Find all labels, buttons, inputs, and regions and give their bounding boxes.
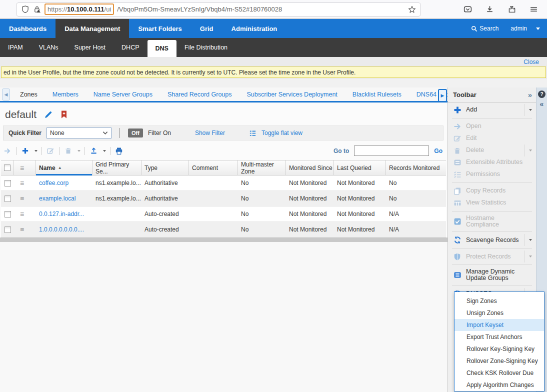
menu-item-apply-algorithm-changes[interactable]: Apply Algorithm Changes bbox=[454, 379, 544, 391]
bookmark-add-icon[interactable] bbox=[60, 110, 68, 119]
pocket-icon[interactable] bbox=[463, 5, 472, 14]
menu-item-rollover-zone-signing-key[interactable]: Rollover Zone-Signing Key bbox=[454, 355, 544, 367]
row-checkbox[interactable] bbox=[4, 180, 11, 186]
user-menu[interactable]: admin bbox=[510, 25, 527, 32]
delete-trash-icon[interactable] bbox=[64, 146, 72, 156]
row-checkbox[interactable] bbox=[4, 196, 11, 202]
nav-item-smart-folders[interactable]: Smart Folders bbox=[129, 19, 190, 38]
tab-subscriber-services-deployment[interactable]: Subscriber Services Deployment bbox=[247, 91, 338, 98]
row-menu-icon[interactable]: ≡ bbox=[20, 180, 24, 187]
add-caret-icon[interactable] bbox=[34, 150, 38, 152]
open-record-arrow-icon[interactable] bbox=[3, 146, 12, 156]
toolbar-add-caret[interactable] bbox=[524, 104, 536, 116]
table-row[interactable]: ≡ 0.0.127.in-addr... Auto-created No Not… bbox=[1, 206, 446, 222]
lock-warning-icon[interactable] bbox=[32, 5, 42, 14]
toolbar-extensible-attributes-button[interactable]: Extensible Attributes bbox=[448, 156, 536, 168]
tab-scroll-right-button[interactable]: ▶ bbox=[438, 89, 447, 102]
menu-item-check-ksk-rollover-due[interactable]: Check KSK Rollover Due bbox=[454, 367, 544, 379]
column-header-multi-master[interactable]: Multi-master Zone bbox=[238, 160, 286, 175]
nav-item-dashboards[interactable]: Dashboards bbox=[0, 19, 56, 38]
column-header-type[interactable]: Type bbox=[142, 160, 189, 175]
table-row[interactable]: ≡ 1.0.0.0.0.0.0.0.... Auto-created No No… bbox=[1, 222, 446, 238]
toolbar-protect-records-button[interactable]: Protect Records bbox=[448, 250, 536, 262]
row-menu-icon[interactable]: ≡ bbox=[20, 195, 24, 202]
delete-caret-icon[interactable] bbox=[78, 150, 80, 152]
nav-item-administration[interactable]: Administration bbox=[222, 19, 286, 38]
column-header-grid-primary[interactable]: Grid Primary Se... bbox=[92, 160, 142, 175]
show-filter-link[interactable]: Show Filter bbox=[195, 130, 225, 136]
global-search[interactable]: Search bbox=[471, 25, 498, 32]
toolbar-scavenge-caret[interactable] bbox=[524, 234, 536, 246]
toolbar-protect-caret[interactable] bbox=[524, 250, 536, 262]
menu-item-unsign-zones[interactable]: Unsign Zones bbox=[454, 307, 544, 319]
filter-off-toggle[interactable]: Off bbox=[128, 128, 143, 138]
toolbar-add-button[interactable]: Add bbox=[448, 104, 536, 116]
toolbar-open-button[interactable]: Open bbox=[448, 120, 536, 132]
subnav-item-ipam[interactable]: IPAM bbox=[0, 38, 31, 57]
goto-go-button[interactable]: Go bbox=[434, 148, 442, 154]
toolbar-view-statistics-button[interactable]: View Statistics bbox=[448, 197, 536, 209]
toolbar-manage-dynamic-update-groups-button[interactable]: Manage Dynamic Update Groups bbox=[448, 267, 536, 283]
export-upload-icon[interactable] bbox=[89, 146, 98, 156]
user-menu-caret-icon[interactable] bbox=[536, 28, 540, 30]
nav-item-data-management[interactable]: Data Management bbox=[56, 19, 129, 38]
header-menu-icon[interactable]: ≡ bbox=[20, 164, 24, 172]
menu-item-export-trust-anchors[interactable]: Export Trust Anchors bbox=[454, 331, 544, 343]
goto-input[interactable] bbox=[354, 146, 429, 156]
toolbar-scavenge-records-button[interactable]: Scavenge Records bbox=[448, 234, 536, 246]
tab-name-server-groups[interactable]: Name Server Groups bbox=[94, 91, 152, 98]
bookmark-star-icon[interactable] bbox=[408, 5, 416, 14]
extensions-puzzle-icon[interactable] bbox=[507, 5, 516, 14]
toolbar-edit-button[interactable]: Edit bbox=[448, 132, 536, 144]
quick-filter-select[interactable]: None bbox=[46, 128, 112, 138]
help-icon[interactable]: ? bbox=[538, 90, 546, 98]
subnav-item-dns[interactable]: DNS bbox=[148, 40, 176, 57]
column-header-monitored-since[interactable]: Monitored Since bbox=[286, 160, 334, 175]
print-icon[interactable] bbox=[114, 146, 124, 156]
row-menu-icon[interactable]: ≡ bbox=[20, 226, 24, 234]
zone-name-link[interactable]: example.local bbox=[36, 195, 92, 202]
export-caret-icon[interactable] bbox=[103, 150, 106, 152]
toolbar-expand-icon[interactable]: » bbox=[528, 90, 531, 99]
tab-zones[interactable]: Zones bbox=[20, 91, 38, 98]
shield-icon[interactable] bbox=[20, 5, 30, 14]
row-checkbox[interactable] bbox=[4, 211, 11, 218]
table-row[interactable]: ≡ example.local ns1.example.lo... Author… bbox=[1, 191, 446, 206]
subnav-item-file-distribution[interactable]: File Distribution bbox=[176, 38, 236, 57]
zone-name-link[interactable]: 0.0.127.in-addr... bbox=[36, 210, 92, 218]
toggle-flat-view-link[interactable]: Toggle flat view bbox=[262, 130, 302, 136]
select-all-checkbox[interactable] bbox=[4, 164, 10, 171]
add-icon[interactable] bbox=[20, 146, 30, 156]
column-header-name[interactable]: Name ▲ bbox=[36, 160, 92, 175]
column-header-records-monitored[interactable]: Records Monitored bbox=[386, 160, 446, 175]
edit-icon[interactable] bbox=[46, 146, 55, 156]
edit-zone-view-pencil-icon[interactable] bbox=[44, 110, 52, 119]
table-row[interactable]: ≡ coffee.corp ns1.example.lo... Authorit… bbox=[1, 176, 446, 191]
subnav-item-dhcp[interactable]: DHCP bbox=[114, 38, 147, 57]
row-checkbox[interactable] bbox=[4, 226, 11, 233]
toolbar-copy-records-button[interactable]: Copy Records bbox=[448, 185, 536, 197]
zone-name-link[interactable]: coffee.corp bbox=[36, 180, 92, 186]
subnav-item-super-host[interactable]: Super Host bbox=[66, 38, 114, 57]
subnav-item-vlans[interactable]: VLANs bbox=[31, 38, 66, 57]
tab-scroll-left-button[interactable]: ◀ bbox=[2, 88, 10, 100]
column-header-last-queried[interactable]: Last Queried bbox=[334, 160, 386, 175]
menu-item-import-keyset[interactable]: Import Keyset bbox=[454, 319, 544, 331]
horizontal-scrollbar[interactable] bbox=[0, 238, 448, 242]
toolbar-permissions-button[interactable]: Permissions bbox=[448, 168, 536, 180]
menu-hamburger-icon[interactable] bbox=[529, 5, 538, 14]
toolbar-hostname-compliance-button[interactable]: Hostname Compliance bbox=[448, 214, 536, 230]
url-bar[interactable]: https://10.100.0.111/ui /VbqoPm5Om-Smeav… bbox=[16, 2, 421, 16]
tab-blacklist-rulesets[interactable]: Blacklist Rulesets bbox=[352, 91, 402, 98]
collapse-panel-icon[interactable]: « bbox=[540, 100, 544, 108]
nav-item-grid[interactable]: Grid bbox=[191, 19, 222, 38]
column-header-comment[interactable]: Comment bbox=[189, 160, 238, 175]
notice-close-link[interactable]: Close bbox=[524, 58, 539, 66]
zone-name-link[interactable]: 1.0.0.0.0.0.0.0.... bbox=[36, 226, 92, 233]
download-icon[interactable] bbox=[485, 5, 494, 14]
tab-shared-record-groups[interactable]: Shared Record Groups bbox=[168, 91, 232, 98]
tab-members[interactable]: Members bbox=[52, 91, 78, 98]
toolbar-delete-button[interactable]: Delete bbox=[448, 144, 536, 156]
row-menu-icon[interactable]: ≡ bbox=[20, 210, 24, 218]
menu-item-sign-zones[interactable]: Sign Zones bbox=[454, 295, 544, 307]
